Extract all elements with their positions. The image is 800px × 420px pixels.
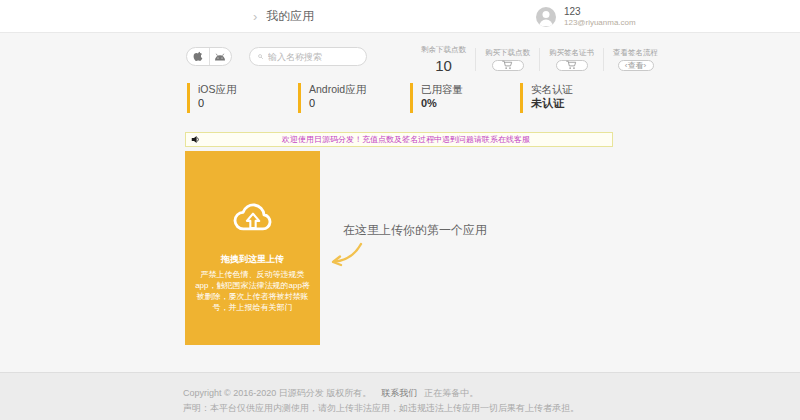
user-icon [536,7,556,27]
card-android-apps: Android应用 0 [298,83,398,113]
footer-disclaimer: 声明：本平台仅供应用内测使用，请勿上传非法应用，如违规违法上传应用一切后果有上传… [183,402,579,415]
cloud-upload-icon [185,199,320,241]
contact-us-link[interactable]: 联系我们 [381,388,417,398]
view-signing-process-button[interactable]: ‹查看› [618,60,654,71]
chevron-right-icon: › [253,9,257,24]
card-label: Android应用 [309,83,398,96]
notice-bar: 欢迎使用日源码分发！充值点数及签名过程中遇到问题请联系在线客服 [185,132,613,147]
filter-ios-button[interactable] [187,48,209,65]
stat-label: 购买下载点数 [485,48,530,58]
user-menu[interactable]: 123 123@riyuanma.com [536,6,636,28]
stat-buy-certificate: 购买签名证书 [539,48,603,71]
contact-status: 正在筹备中。 [424,388,478,398]
user-info: 123 123@riyuanma.com [564,6,636,28]
card-label: iOS应用 [198,83,287,96]
notice-text: 欢迎使用日源码分发！充值点数及签名过程中遇到问题请联系在线客服 [200,134,612,145]
user-email: 123@riyuanma.com [564,18,636,28]
card-label: 已用容量 [421,83,510,96]
first-app-hint: 在这里上传你的第一个应用 [343,222,487,239]
cart-icon [502,60,513,70]
upload-dropzone[interactable]: 拖拽到这里上传 严禁上传色情、反动等违规类app，触犯国家法律法规的app将被删… [185,151,320,345]
card-ios-apps: iOS应用 0 [187,83,287,113]
user-name: 123 [564,6,636,18]
card-storage-used: 已用容量 0% [410,83,510,113]
apple-icon [193,51,203,62]
footer: Copyright © 2016-2020 日源码分发 版权所有。联系我们正在筹… [0,372,800,420]
search-box [249,47,367,66]
stat-value: 10 [421,57,466,74]
card-label: 实名认证 [531,83,620,96]
stat-label: 购买签名证书 [549,48,594,58]
stat-signing-process: 查看签名流程 ‹查看› [603,48,667,71]
card-value: 未认证 [531,96,620,110]
filter-android-button[interactable] [209,48,232,65]
buy-certificate-button[interactable] [556,60,588,71]
card-real-name-verification: 实名认证 未认证 [520,83,620,113]
footer-copyright-line: Copyright © 2016-2020 日源码分发 版权所有。联系我们正在筹… [183,387,478,400]
card-value: 0 [309,96,398,110]
top-header: › 我的应用 123 123@riyuanma.com [0,0,800,33]
breadcrumb-label: 我的应用 [266,8,314,25]
android-icon [214,53,226,61]
page: › 我的应用 123 123@riyuanma.com [0,0,800,420]
upload-title: 拖拽到这里上传 [185,253,320,266]
card-value: 0% [421,96,510,110]
stat-download-points: 剩余下载点数 10 [412,45,475,74]
stat-label: 剩余下载点数 [421,45,466,55]
platform-filter [186,47,232,66]
search-icon [258,52,263,61]
stat-label: 查看签名流程 [613,48,658,58]
speaker-icon [191,135,200,144]
buy-download-points-button[interactable] [492,60,524,71]
upload-warning: 严禁上传色情、反动等违规类app，触犯国家法律法规的app将被删除，屡次上传者将… [185,269,320,313]
curved-arrow-icon [328,242,364,271]
stat-buy-download-points: 购买下载点数 [475,48,539,71]
breadcrumb[interactable]: › 我的应用 [253,0,314,33]
avatar [536,7,556,27]
card-value: 0 [198,96,287,110]
copyright-text: Copyright © 2016-2020 日源码分发 版权所有。 [183,388,371,398]
search-input[interactable] [268,52,358,62]
account-stats: 剩余下载点数 10 购买下载点数 购买签名证书 [412,45,667,73]
cart-icon [566,60,577,70]
